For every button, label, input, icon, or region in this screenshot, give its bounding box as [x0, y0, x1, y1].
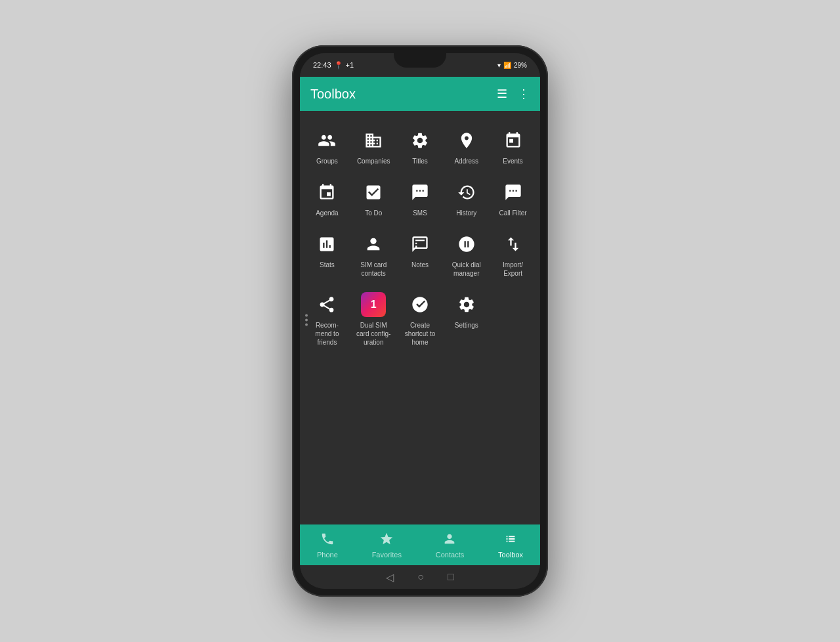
bottom-navigation: Phone Favorites Contacts Toolbox [300, 524, 540, 565]
grid-item-stats[interactable]: Stats [305, 225, 349, 283]
battery-display: 29% [514, 62, 527, 69]
address-icon [454, 128, 479, 153]
callfilter-icon [501, 180, 526, 205]
grid-item-dualsim[interactable]: 1 Dual SIM card config-uration [352, 286, 396, 352]
nav-toolbox[interactable]: Toolbox [490, 529, 531, 561]
nav-phone-label: Phone [317, 551, 338, 559]
nav-contacts[interactable]: Contacts [428, 529, 472, 561]
agenda-label: Agenda [316, 209, 338, 217]
status-left: 22:43 📍 +1 [313, 61, 354, 70]
grid-item-events[interactable]: Events [491, 121, 535, 171]
agenda-icon [314, 180, 339, 205]
more-options-icon[interactable]: ⋮ [518, 87, 530, 101]
main-content: Groups Companies Titles [300, 111, 540, 524]
grid-item-importexport[interactable]: Import/ Export [491, 225, 535, 283]
events-icon [501, 128, 526, 153]
quickdial-icon [454, 232, 479, 257]
simcard-label: SIM card contacts [354, 261, 393, 278]
nav-favorites-label: Favorites [372, 551, 402, 559]
simcard-icon [361, 232, 386, 257]
signal-icon: 📶 [503, 62, 511, 69]
groups-label: Groups [316, 157, 338, 165]
grid-item-companies[interactable]: Companies [352, 121, 396, 171]
events-label: Events [503, 157, 523, 165]
nav-favorites[interactable]: Favorites [364, 529, 410, 561]
companies-label: Companies [357, 157, 390, 165]
grid-item-callfilter[interactable]: Call Filter [491, 173, 535, 223]
recents-button[interactable]: □ [448, 571, 454, 583]
nav-toolbox-label: Toolbox [498, 551, 523, 559]
recommend-icon [314, 292, 339, 317]
status-bar: 22:43 📍 +1 ▾ 📶 29% [300, 53, 540, 77]
phone-nav-icon [320, 532, 335, 549]
wifi-icon: ▾ [497, 62, 501, 69]
grid-item-todo[interactable]: To Do [352, 173, 396, 223]
app-toolbar: Toolbox ☰ ⋮ [300, 77, 540, 111]
shortcut-label: Create shortcut to home [401, 321, 440, 347]
grid-item-history[interactable]: History [444, 173, 488, 223]
importexport-label: Import/ Export [494, 261, 532, 278]
settings-label: Settings [455, 321, 478, 330]
sms-label: SMS [413, 209, 427, 217]
grid-item-titles[interactable]: Titles [398, 121, 442, 171]
dualsim-icon: 1 [361, 292, 386, 317]
grid-item-notes[interactable]: Notes [398, 225, 442, 283]
scroll-indicator [305, 314, 308, 326]
sms-icon [408, 180, 432, 205]
back-button[interactable]: ◁ [386, 571, 394, 584]
location-icon: 📍 [334, 61, 343, 70]
status-right: ▾ 📶 29% [497, 62, 527, 69]
titles-label: Titles [412, 157, 428, 165]
grid-item-shortcut[interactable]: Create shortcut to home [398, 286, 442, 352]
phone-frame: 22:43 📍 +1 ▾ 📶 29% Toolbox ☰ ⋮ [292, 45, 548, 597]
contacts-nav-icon [442, 532, 457, 549]
settings-icon [454, 292, 479, 317]
toolbox-nav-icon [503, 532, 518, 549]
grid-item-groups[interactable]: Groups [305, 121, 349, 171]
recommend-label: Recom-mend to friends [308, 321, 346, 347]
nav-contacts-label: Contacts [436, 551, 464, 559]
nav-phone[interactable]: Phone [309, 529, 346, 561]
address-label: Address [454, 157, 478, 165]
home-button[interactable]: ○ [417, 571, 424, 583]
grid-item-recommend[interactable]: Recom-mend to friends [305, 286, 349, 352]
favorites-nav-icon [379, 532, 394, 549]
grid-item-simcard[interactable]: SIM card contacts [352, 225, 396, 283]
grid-item-address[interactable]: Address [444, 121, 488, 171]
todo-icon [361, 180, 386, 205]
companies-icon [361, 128, 386, 153]
stats-icon [314, 232, 339, 257]
notes-label: Notes [411, 261, 429, 269]
shortcut-icon [408, 292, 432, 317]
app-title: Toolbox [310, 87, 356, 102]
android-home-bar: ◁ ○ □ [300, 565, 540, 589]
importexport-icon [501, 232, 526, 257]
toolbar-actions: ☰ ⋮ [497, 87, 530, 101]
grid-item-sms[interactable]: SMS [398, 173, 442, 223]
phone-screen: 22:43 📍 +1 ▾ 📶 29% Toolbox ☰ ⋮ [300, 53, 540, 589]
grid-item-settings[interactable]: Settings [444, 286, 488, 352]
groups-icon [314, 128, 339, 153]
grid-item-quickdial[interactable]: Quick dial manager [444, 225, 488, 283]
titles-icon [408, 128, 432, 153]
dualsim-label: Dual SIM card config-uration [354, 321, 393, 347]
extra-icons: +1 [346, 61, 354, 69]
history-label: History [456, 209, 476, 217]
notes-icon [408, 232, 432, 257]
stats-label: Stats [320, 261, 335, 269]
todo-label: To Do [365, 209, 382, 217]
quickdial-label: Quick dial manager [447, 261, 486, 278]
tools-grid: Groups Companies Titles [300, 111, 540, 362]
history-icon [454, 180, 479, 205]
grid-item-agenda[interactable]: Agenda [305, 173, 349, 223]
sort-icon[interactable]: ☰ [497, 87, 507, 101]
notch [394, 53, 446, 68]
callfilter-label: Call Filter [499, 209, 526, 217]
time-display: 22:43 [313, 61, 331, 69]
